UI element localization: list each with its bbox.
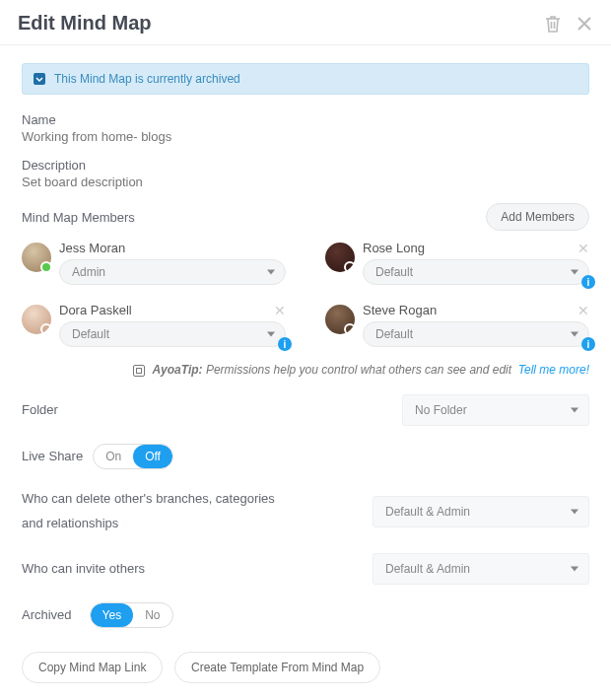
archived-row: Archived Yes No: [22, 602, 589, 628]
tip-link[interactable]: Tell me more!: [518, 363, 589, 377]
remove-member-icon[interactable]: ✕: [274, 304, 286, 317]
description-label: Description: [22, 158, 589, 173]
alert-text: This Mind Map is currently archived: [54, 72, 240, 86]
member-name: Dora Paskell: [59, 303, 132, 317]
dialog-header: Edit Mind Map: [0, 0, 611, 45]
tip-icon: [133, 365, 145, 377]
folder-label: Folder: [22, 398, 58, 423]
member-role-select[interactable]: Default: [59, 321, 286, 347]
info-icon[interactable]: i: [278, 337, 292, 351]
toggle-yes[interactable]: Yes: [91, 603, 134, 627]
perm-delete-label: Who can delete other's branches, categor…: [22, 487, 278, 535]
member-row: Dora Paskell ✕ Default i: [22, 303, 286, 347]
info-icon[interactable]: i: [581, 275, 595, 289]
name-field: Name Working from home- blogs: [22, 112, 589, 144]
member-name: Steve Rogan: [363, 303, 437, 317]
trash-icon[interactable]: [544, 14, 562, 34]
create-template-button[interactable]: Create Template From Mind Map: [174, 652, 380, 683]
avatar[interactable]: [22, 305, 51, 334]
remove-member-icon[interactable]: ✕: [577, 242, 589, 255]
perm-invite-select[interactable]: Default & Admin: [373, 553, 589, 585]
add-members-button[interactable]: Add Members: [486, 203, 589, 231]
dialog-body: This Mind Map is currently archived Name…: [0, 45, 611, 700]
members-grid: Jess Moran Admin Rose Long ✕ Default i: [22, 241, 589, 347]
archived-alert: This Mind Map is currently archived: [22, 63, 589, 95]
name-label: Name: [22, 112, 589, 127]
svg-rect-0: [34, 73, 45, 85]
tip-text: Permissions help you control what others…: [206, 363, 511, 377]
info-icon[interactable]: i: [581, 337, 595, 351]
live-share-row: Live Share On Off: [22, 444, 589, 469]
perm-delete-row: Who can delete other's branches, categor…: [22, 487, 589, 535]
description-placeholder[interactable]: Set board description: [22, 175, 143, 189]
member-row: Steve Rogan ✕ Default i: [325, 303, 589, 347]
perm-invite-label: Who can invite others: [22, 557, 145, 582]
members-header: Mind Map Members Add Members: [22, 203, 589, 231]
member-name: Jess Moran: [59, 241, 125, 255]
footer-buttons: Copy Mind Map Link Create Template From …: [22, 652, 589, 683]
members-label: Mind Map Members: [22, 210, 135, 225]
member-row: Rose Long ✕ Default i: [325, 241, 589, 285]
member-name: Rose Long: [363, 241, 425, 255]
folder-row: Folder No Folder: [22, 394, 589, 426]
avatar[interactable]: [325, 305, 355, 334]
perm-delete-select[interactable]: Default & Admin: [373, 496, 589, 527]
tip-label: AyoaTip:: [152, 363, 202, 377]
remove-member-icon[interactable]: ✕: [577, 304, 589, 317]
dialog-title: Edit Mind Map: [18, 12, 530, 35]
live-share-label: Live Share: [22, 445, 83, 469]
archive-icon: [33, 72, 46, 86]
toggle-on[interactable]: On: [94, 445, 133, 468]
permissions-tip: AyoaTip: Permissions help you control wh…: [22, 363, 589, 377]
close-icon[interactable]: [576, 15, 593, 33]
live-share-toggle[interactable]: On Off: [93, 444, 173, 469]
member-role-select[interactable]: Default: [363, 259, 589, 285]
archived-label: Archived: [22, 603, 72, 628]
copy-link-button[interactable]: Copy Mind Map Link: [22, 652, 163, 683]
folder-select[interactable]: No Folder: [402, 394, 589, 426]
description-field: Description Set board description: [22, 158, 589, 189]
member-role-select[interactable]: Default: [363, 321, 589, 347]
toggle-no[interactable]: No: [133, 603, 171, 627]
avatar[interactable]: [325, 243, 355, 272]
avatar[interactable]: [22, 243, 51, 272]
name-value[interactable]: Working from home- blogs: [22, 129, 171, 144]
member-role-select[interactable]: Admin: [59, 259, 286, 285]
perm-invite-row: Who can invite others Default & Admin: [22, 553, 589, 585]
archived-toggle[interactable]: Yes No: [90, 602, 173, 628]
toggle-off[interactable]: Off: [133, 445, 172, 468]
member-row: Jess Moran Admin: [22, 241, 286, 285]
